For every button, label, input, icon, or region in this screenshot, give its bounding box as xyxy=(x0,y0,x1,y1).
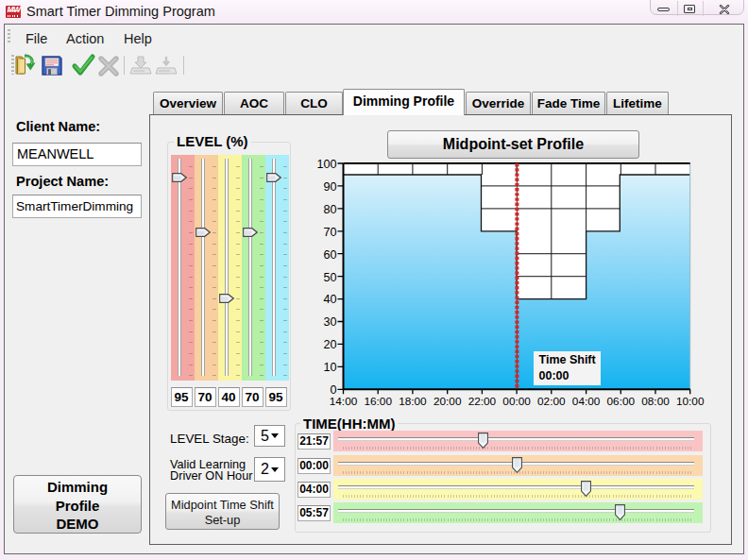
svg-text:90: 90 xyxy=(323,180,336,194)
svg-text:80: 80 xyxy=(323,203,336,216)
svg-text:04:00: 04:00 xyxy=(572,395,601,408)
svg-text:18:00: 18:00 xyxy=(399,395,427,408)
svg-text:60: 60 xyxy=(323,248,336,262)
svg-text:10:00: 10:00 xyxy=(676,395,705,408)
svg-text:06:00: 06:00 xyxy=(607,395,636,408)
svg-text:20:00: 20:00 xyxy=(434,395,462,408)
svg-text:10: 10 xyxy=(323,361,336,374)
svg-text:100: 100 xyxy=(316,158,336,171)
svg-text:14:00: 14:00 xyxy=(330,395,358,408)
svg-text:22:00: 22:00 xyxy=(468,395,497,408)
svg-text:16:00: 16:00 xyxy=(364,395,392,408)
svg-text:20: 20 xyxy=(323,338,336,351)
svg-text:50: 50 xyxy=(323,271,336,284)
svg-text:00:00: 00:00 xyxy=(502,395,531,408)
svg-text:40: 40 xyxy=(323,293,336,306)
svg-text:02:00: 02:00 xyxy=(537,395,566,408)
svg-text:08:00: 08:00 xyxy=(641,395,670,408)
svg-text:70: 70 xyxy=(323,226,336,239)
svg-text:30: 30 xyxy=(323,315,336,329)
